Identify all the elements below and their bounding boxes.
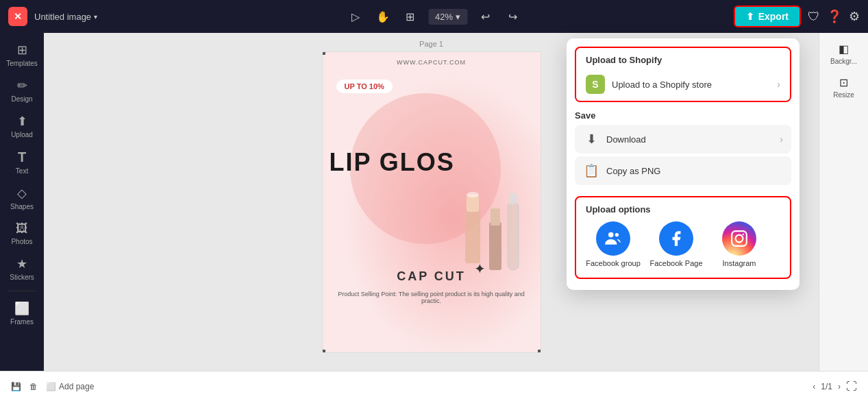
export-icon: ⬆ xyxy=(746,11,754,22)
add-page-icon: ⬜ xyxy=(46,382,56,391)
svg-point-11 xyxy=(743,234,745,236)
bottombar: 💾 🗑 ⬜ Add page ‹ 1/1 › ⛶ xyxy=(0,371,868,401)
redo-button[interactable]: ↪ xyxy=(503,7,522,26)
canvas-content: WWW.CAPCUT.COM xyxy=(323,52,541,352)
svg-point-10 xyxy=(736,235,743,243)
prev-page-icon[interactable]: ‹ xyxy=(813,382,815,391)
document-title[interactable]: Untitled image ▾ xyxy=(34,12,97,22)
next-page-icon[interactable]: › xyxy=(838,382,841,391)
background-icon: ◧ xyxy=(839,42,849,56)
svg-rect-9 xyxy=(732,231,747,246)
canvas-frame[interactable]: WWW.CAPCUT.COM UP TO 10% LIP GLOS xyxy=(322,51,541,353)
save-bottom-button[interactable]: 💾 xyxy=(11,382,21,391)
page-label: Page 1 xyxy=(419,40,443,48)
zoom-button[interactable]: 42% ▾ xyxy=(428,9,467,25)
undo-button[interactable]: ↩ xyxy=(475,7,495,26)
sidebar-item-shapes[interactable]: ◇ Shapes xyxy=(4,182,40,215)
frame-tool[interactable]: ⊞ xyxy=(401,7,420,26)
sidebar-item-upload[interactable]: ⬆ Upload xyxy=(4,110,40,143)
facebook-page-label: Facebook Page xyxy=(649,258,702,268)
upload-icon: ⬆ xyxy=(17,114,27,129)
download-label: Download xyxy=(606,134,773,145)
sidebar-item-stickers[interactable]: ★ Stickers xyxy=(4,252,40,285)
shopify-section: Upload to Shopify S Upload to a Shopify … xyxy=(575,47,791,102)
save-section: Save ⬇ Download › 📋 Copy as PNG xyxy=(567,102,799,191)
stickers-icon: ★ xyxy=(16,256,27,271)
canvas-url: WWW.CAPCUT.COM xyxy=(330,59,534,66)
instagram-icon xyxy=(722,221,756,256)
download-icon: ⬇ xyxy=(583,132,599,147)
app-logo: ✕ xyxy=(8,7,27,26)
sidebar-item-resize[interactable]: ⊡ Resize xyxy=(823,72,865,103)
facebook-group-item[interactable]: Facebook group xyxy=(586,221,641,268)
facebook-page-icon xyxy=(659,221,693,256)
shopify-header: Upload to Shopify xyxy=(576,48,790,69)
select-tool[interactable]: ▷ xyxy=(346,7,365,26)
copy-png-row[interactable]: 📋 Copy as PNG xyxy=(575,156,791,185)
export-button[interactable]: ⬆ Export xyxy=(734,5,801,27)
svg-point-8 xyxy=(615,233,619,236)
settings-icon[interactable]: ⚙ xyxy=(849,9,860,24)
sidebar-item-photos[interactable]: 🖼 Photos xyxy=(4,217,40,250)
sidebar-item-text[interactable]: T Text xyxy=(4,145,40,179)
facebook-group-icon xyxy=(596,221,630,256)
hand-tool[interactable]: ✋ xyxy=(373,7,393,26)
resize-icon: ⊡ xyxy=(839,76,848,89)
instagram-label: Instagram xyxy=(723,258,756,268)
design-icon: ✏ xyxy=(17,78,27,93)
templates-icon: ⊞ xyxy=(17,42,27,58)
copy-png-icon: 📋 xyxy=(583,163,599,178)
shield-icon[interactable]: 🛡 xyxy=(808,10,820,24)
shopify-row-label: Upload to a Shopify store xyxy=(612,80,770,90)
add-page-button[interactable]: ⬜ Add page xyxy=(46,382,94,391)
upload-options-section: Upload options Facebook group xyxy=(575,196,791,279)
fullscreen-icon[interactable]: ⛶ xyxy=(846,380,857,393)
delete-icon: 🗑 xyxy=(29,382,38,391)
right-sidebar: ◧ Backgr... ⊡ Resize xyxy=(819,33,868,371)
sidebar-item-background[interactable]: ◧ Backgr... xyxy=(823,38,865,69)
download-row[interactable]: ⬇ Download › xyxy=(575,125,791,154)
facebook-page-item[interactable]: Facebook Page xyxy=(649,221,704,268)
save-label: Save xyxy=(575,110,791,121)
sidebar-divider xyxy=(8,291,36,291)
shopify-icon: S xyxy=(586,75,605,94)
export-panel: Upload to Shopify S Upload to a Shopify … xyxy=(567,38,799,290)
save-icon: 💾 xyxy=(11,382,21,391)
topbar-right: ⬆ Export 🛡 ❓ ⚙ xyxy=(734,5,860,27)
left-sidebar: ⊞ Templates ✏ Design ⬆ Upload T Text ◇ S… xyxy=(0,33,44,371)
sidebar-item-templates[interactable]: ⊞ Templates xyxy=(4,38,40,71)
svg-point-7 xyxy=(608,232,614,238)
sidebar-item-frames[interactable]: ⬜ Frames xyxy=(4,297,40,330)
instagram-item[interactable]: Instagram xyxy=(712,221,767,268)
shopify-upload-row[interactable]: S Upload to a Shopify store › xyxy=(576,69,790,101)
frames-icon: ⬜ xyxy=(14,301,29,316)
delete-button[interactable]: 🗑 xyxy=(29,382,38,391)
shapes-icon: ◇ xyxy=(17,186,27,201)
photos-icon: 🖼 xyxy=(16,221,28,236)
copy-png-label: Copy as PNG xyxy=(606,166,783,176)
upload-icons-row: Facebook group Facebook Page xyxy=(586,221,780,268)
sidebar-item-design[interactable]: ✏ Design xyxy=(4,74,40,107)
download-chevron-icon: › xyxy=(780,134,783,145)
facebook-group-label: Facebook group xyxy=(586,258,641,268)
topbar: ✕ Untitled image ▾ ▷ ✋ ⊞ 42% ▾ ↩ ↪ ⬆ Exp… xyxy=(0,0,868,33)
help-icon[interactable]: ❓ xyxy=(827,9,842,24)
page-count: 1/1 xyxy=(821,382,832,391)
bottombar-right: ‹ 1/1 › ⛶ xyxy=(813,380,857,393)
text-icon: T xyxy=(18,149,26,165)
upload-options-header: Upload options xyxy=(586,204,780,215)
topbar-tools: ▷ ✋ ⊞ 42% ▾ ↩ ↪ xyxy=(346,7,522,26)
shopify-chevron-icon: › xyxy=(777,79,780,90)
